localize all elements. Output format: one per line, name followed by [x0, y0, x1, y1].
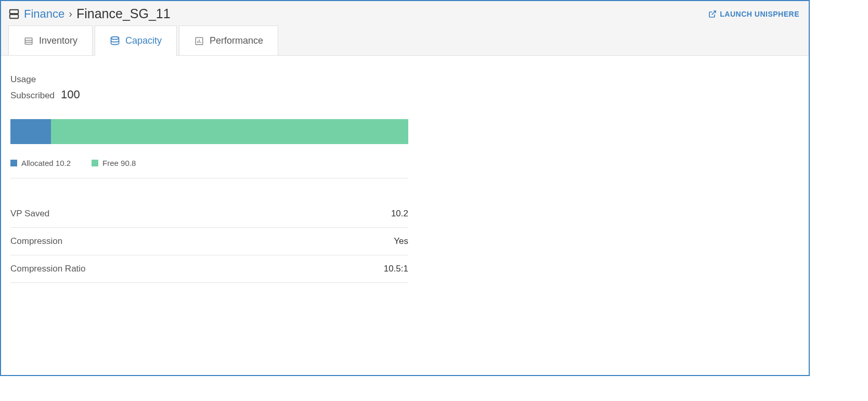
- stat-vp-saved: VP Saved 10.2: [10, 200, 408, 228]
- subscribed-label: Subscribed: [10, 90, 55, 101]
- usage-bar-chart: [10, 119, 408, 144]
- stat-compression-ratio-value: 10.5:1: [384, 264, 408, 274]
- tab-inventory[interactable]: Inventory: [8, 25, 93, 56]
- usage-bar-allocated: [10, 119, 51, 144]
- storage-group-icon: [8, 8, 20, 20]
- svg-line-4: [712, 11, 716, 15]
- app-window: Finance › Finance_SG_11 LAUNCH UNISPHERE: [0, 0, 810, 376]
- legend-free-label: Free 90.8: [102, 159, 136, 167]
- barchart-icon: [194, 36, 204, 46]
- page-title: Finance_SG_11: [76, 6, 171, 21]
- tab-performance-label: Performance: [210, 35, 263, 46]
- content-panel: Usage Subscribed 100 Allocated 10.2 Free…: [1, 55, 809, 375]
- subscribed-value: 100: [61, 88, 80, 101]
- legend-swatch-free: [92, 160, 98, 166]
- svg-point-8: [111, 36, 119, 39]
- breadcrumb-parent-link[interactable]: Finance: [24, 7, 64, 21]
- legend-allocated-label: Allocated 10.2: [21, 159, 71, 167]
- svg-rect-0: [10, 9, 19, 13]
- stat-compression-label: Compression: [10, 236, 62, 247]
- tab-performance[interactable]: Performance: [179, 25, 278, 56]
- breadcrumb: Finance › Finance_SG_11: [8, 6, 171, 21]
- tab-capacity[interactable]: Capacity: [95, 25, 177, 56]
- stat-compression-ratio-label: Compression Ratio: [10, 264, 86, 274]
- usage-heading: Usage: [10, 74, 408, 85]
- stat-vp-saved-value: 10.2: [391, 209, 408, 219]
- svg-rect-5: [25, 38, 32, 44]
- svg-rect-1: [10, 14, 19, 18]
- breadcrumb-separator: ›: [69, 8, 72, 20]
- launch-unisphere-button[interactable]: LAUNCH UNISPHERE: [708, 10, 799, 18]
- header: Finance › Finance_SG_11 LAUNCH UNISPHERE: [1, 1, 809, 25]
- usage-bar-free: [51, 119, 408, 144]
- tab-bar: Inventory Capacity Performa: [1, 25, 809, 56]
- stat-compression: Compression Yes: [10, 228, 408, 255]
- launch-label: LAUNCH UNISPHERE: [720, 10, 799, 18]
- stat-compression-ratio: Compression Ratio 10.5:1: [10, 255, 408, 283]
- list-icon: [23, 36, 34, 46]
- legend-allocated: Allocated 10.2: [10, 159, 71, 167]
- tab-capacity-label: Capacity: [125, 35, 162, 46]
- legend-swatch-allocated: [10, 160, 17, 166]
- launch-icon: [708, 10, 717, 18]
- legend-free: Free 90.8: [92, 159, 136, 167]
- stat-vp-saved-label: VP Saved: [10, 209, 49, 219]
- capacity-panel: Usage Subscribed 100 Allocated 10.2 Free…: [10, 74, 408, 283]
- tab-inventory-label: Inventory: [39, 35, 77, 46]
- usage-legend: Allocated 10.2 Free 90.8: [10, 159, 408, 178]
- stat-compression-value: Yes: [394, 236, 408, 247]
- subscribed-row: Subscribed 100: [10, 88, 408, 101]
- database-icon: [110, 36, 120, 46]
